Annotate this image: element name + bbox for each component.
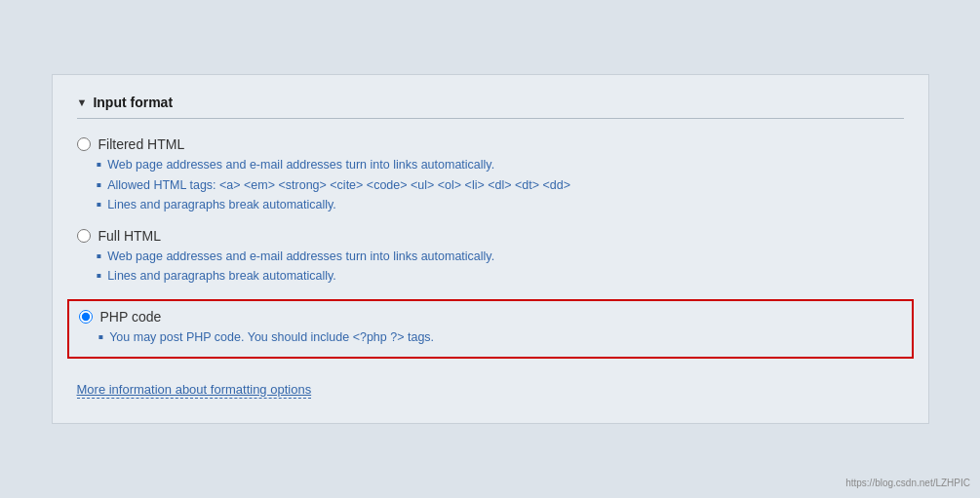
format-option-filtered-html: Filtered HTML ▪ Web page addresses and e… xyxy=(77,136,904,214)
bullet-icon: ▪ xyxy=(97,177,102,193)
filtered-html-detail-text-2: Allowed HTML tags: <a> <em> <strong> <ci… xyxy=(107,177,570,195)
filtered-html-detail-1: ▪ Web page addresses and e-mail addresse… xyxy=(97,157,904,174)
full-html-detail-text-2: Lines and paragraphs break automatically… xyxy=(107,268,336,286)
full-html-details: ▪ Web page addresses and e-mail addresse… xyxy=(97,249,904,286)
format-option-php-code: PHP code ▪ You may post PHP code. You sh… xyxy=(67,299,914,360)
php-code-detail-1: ▪ You may post PHP code. You should incl… xyxy=(98,329,902,347)
more-info-link[interactable]: More information about formatting option… xyxy=(77,382,312,399)
format-option-full-html: Full HTML ▪ Web page addresses and e-mai… xyxy=(77,228,904,286)
filtered-html-detail-text-3: Lines and paragraphs break automatically… xyxy=(107,197,336,214)
full-html-detail-text-1: Web page addresses and e-mail addresses … xyxy=(107,249,494,266)
filtered-html-detail-2: ▪ Allowed HTML tags: <a> <em> <strong> <… xyxy=(97,177,904,195)
bullet-icon: ▪ xyxy=(97,249,102,264)
bullet-icon: ▪ xyxy=(98,329,104,345)
php-code-radio[interactable] xyxy=(79,310,93,324)
filtered-html-detail-text-1: Web page addresses and e-mail addresses … xyxy=(107,157,494,174)
php-code-detail-text-1: You may post PHP code. You should includ… xyxy=(109,329,434,347)
watermark: https://blog.csdn.net/LZHPIC xyxy=(845,478,970,488)
section-title: Input format xyxy=(93,95,173,110)
section-header: ▼ Input format xyxy=(77,95,904,119)
filtered-html-radio[interactable] xyxy=(77,137,91,151)
filtered-html-details: ▪ Web page addresses and e-mail addresse… xyxy=(97,157,904,214)
bullet-icon: ▪ xyxy=(97,197,102,212)
bullet-icon: ▪ xyxy=(97,157,102,172)
full-html-detail-1: ▪ Web page addresses and e-mail addresse… xyxy=(97,249,904,266)
full-html-detail-2: ▪ Lines and paragraphs break automatical… xyxy=(97,268,904,286)
filtered-html-label[interactable]: Filtered HTML xyxy=(77,136,904,152)
input-format-container: ▼ Input format Filtered HTML ▪ Web page … xyxy=(52,74,929,424)
full-html-text: Full HTML xyxy=(98,228,162,244)
filtered-html-text: Filtered HTML xyxy=(98,136,185,152)
php-code-text: PHP code xyxy=(100,309,162,325)
bullet-icon: ▪ xyxy=(97,268,102,284)
php-code-label[interactable]: PHP code xyxy=(79,309,902,325)
full-html-radio[interactable] xyxy=(77,229,91,243)
filtered-html-detail-3: ▪ Lines and paragraphs break automatical… xyxy=(97,197,904,214)
collapse-arrow-icon: ▼ xyxy=(77,96,88,108)
full-html-label[interactable]: Full HTML xyxy=(77,228,904,244)
php-code-details: ▪ You may post PHP code. You should incl… xyxy=(98,329,902,347)
